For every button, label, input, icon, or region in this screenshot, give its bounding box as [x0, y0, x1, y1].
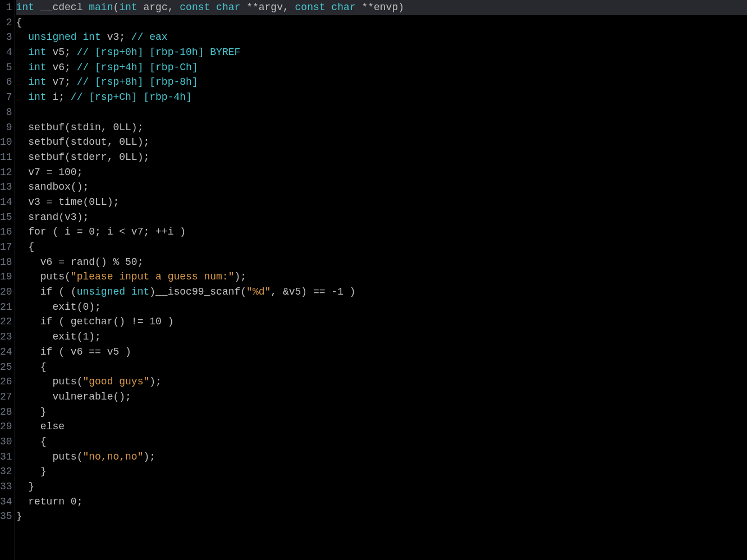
token-type: int: [119, 2, 137, 13]
code-line[interactable]: {: [16, 240, 747, 255]
token-cmt: // [rsp+8h] [rbp-8h]: [77, 76, 198, 88]
line-number: 1: [0, 0, 12, 15]
line-number: 25: [0, 360, 12, 375]
token-id: setbuf(stdout, 0LL);: [16, 136, 150, 148]
code-line[interactable]: for ( i = 0; i < v7; ++i ): [16, 224, 747, 240]
code-line[interactable]: int v7; // [rsp+8h] [rbp-8h]: [16, 75, 747, 90]
line-number: 27: [0, 389, 12, 405]
token-cmt: // [rsp+Ch] [rbp-4h]: [71, 91, 192, 103]
code-line[interactable]: int v6; // [rsp+4h] [rbp-Ch]: [16, 60, 747, 75]
line-number: 14: [0, 195, 12, 210]
code-line[interactable]: v7 = 100;: [16, 165, 747, 180]
token-id: , &v5) == -1 ): [271, 286, 355, 297]
code-line[interactable]: int v5; // [rsp+0h] [rbp-10h] BYREF: [16, 45, 747, 60]
token-str: "please input a guess num:": [71, 271, 235, 282]
code-line[interactable]: }: [16, 509, 747, 524]
line-number: 5: [0, 60, 12, 75]
line-number: 31: [0, 449, 12, 465]
code-line[interactable]: [16, 105, 747, 120]
token-id: exit(0);: [16, 301, 101, 313]
line-number: 13: [0, 180, 12, 195]
code-line[interactable]: v6 = rand() % 50;: [16, 255, 747, 270]
code-area[interactable]: int __cdecl main(int argc, const char **…: [15, 0, 747, 560]
token-id: v5;: [47, 47, 77, 58]
token-id: [16, 91, 29, 103]
line-number: 15: [0, 210, 12, 225]
code-line[interactable]: {: [16, 360, 747, 375]
code-line[interactable]: puts("please input a guess num:");: [16, 269, 747, 284]
code-line[interactable]: }: [16, 405, 747, 420]
token-type: int: [28, 47, 46, 58]
code-line[interactable]: {: [16, 15, 747, 30]
code-line[interactable]: vulnerable();: [16, 389, 747, 405]
line-number: 22: [0, 314, 12, 329]
code-line[interactable]: }: [16, 479, 747, 494]
line-number: 11: [0, 150, 12, 165]
token-type: unsigned int: [77, 286, 150, 297]
code-line[interactable]: if ( (unsigned int)__isoc99_scanf("%d", …: [16, 284, 747, 300]
line-number: 19: [0, 269, 12, 284]
code-editor: 1234567891011121314151617181920212223242…: [0, 0, 747, 560]
token-id: v3 = time(0LL);: [16, 196, 120, 208]
line-number: 21: [0, 300, 12, 315]
line-number: 29: [0, 419, 12, 434]
token-id: {: [16, 17, 22, 28]
token-str: "no,no,no": [83, 451, 143, 462]
token-id: v3;: [101, 31, 131, 43]
code-line[interactable]: srand(v3);: [16, 210, 747, 225]
token-type: main: [89, 2, 113, 13]
code-line[interactable]: else: [16, 419, 747, 434]
token-id: v6 = rand() % 50;: [16, 256, 144, 268]
code-line[interactable]: setbuf(stdout, 0LL);: [16, 135, 747, 150]
token-id: );: [234, 271, 246, 282]
token-id: v6;: [47, 62, 77, 73]
code-line[interactable]: unsigned int v3; // eax: [16, 30, 747, 45]
code-line[interactable]: exit(0);: [16, 300, 747, 315]
line-number: 18: [0, 255, 12, 270]
token-id: }: [16, 466, 47, 477]
token-id: );: [143, 451, 155, 462]
code-line[interactable]: int i; // [rsp+Ch] [rbp-4h]: [16, 90, 747, 105]
line-number: 33: [0, 479, 12, 494]
line-number: 4: [0, 45, 12, 60]
token-id: for ( i = 0; i < v7; ++i ): [16, 226, 186, 237]
code-line[interactable]: int __cdecl main(int argc, const char **…: [16, 0, 747, 15]
line-number: 28: [0, 405, 12, 420]
code-line[interactable]: if ( getchar() != 10 ): [16, 314, 747, 329]
token-id: setbuf(stdin, 0LL);: [16, 122, 144, 133]
token-id: puts(: [16, 376, 83, 387]
code-line[interactable]: puts("good guys");: [16, 374, 747, 389]
token-id: srand(v3);: [16, 212, 89, 223]
token-id: )__isoc99_scanf(: [149, 286, 246, 297]
token-id: puts(: [16, 451, 83, 462]
code-line[interactable]: setbuf(stderr, 0LL);: [16, 150, 747, 165]
code-line[interactable]: }: [16, 464, 747, 479]
line-number: 26: [0, 374, 12, 389]
code-line[interactable]: setbuf(stdin, 0LL);: [16, 120, 747, 135]
token-id: argc,: [138, 2, 180, 13]
line-number: 34: [0, 494, 12, 509]
token-id: [16, 31, 29, 43]
code-line[interactable]: {: [16, 434, 747, 449]
code-line[interactable]: puts("no,no,no");: [16, 449, 747, 465]
token-id: }: [16, 406, 47, 417]
token-id: }: [16, 481, 34, 492]
line-number: 30: [0, 434, 12, 449]
token-id: }: [16, 511, 22, 522]
code-line[interactable]: v3 = time(0LL);: [16, 195, 747, 210]
token-id: puts(: [16, 271, 71, 282]
token-id: if ( getchar() != 10 ): [16, 316, 174, 327]
line-number: 6: [0, 75, 12, 90]
line-number: 20: [0, 284, 12, 300]
code-line[interactable]: sandbox();: [16, 180, 747, 195]
line-number: 7: [0, 90, 12, 105]
line-number: 17: [0, 240, 12, 255]
code-line[interactable]: exit(1);: [16, 329, 747, 345]
line-number: 10: [0, 135, 12, 150]
token-id: exit(1);: [16, 331, 101, 342]
line-number: 8: [0, 105, 12, 120]
code-line[interactable]: if ( v6 == v5 ): [16, 345, 747, 360]
code-line[interactable]: return 0;: [16, 494, 747, 509]
token-type: const char: [295, 2, 356, 13]
token-id: if ( (: [16, 286, 77, 297]
